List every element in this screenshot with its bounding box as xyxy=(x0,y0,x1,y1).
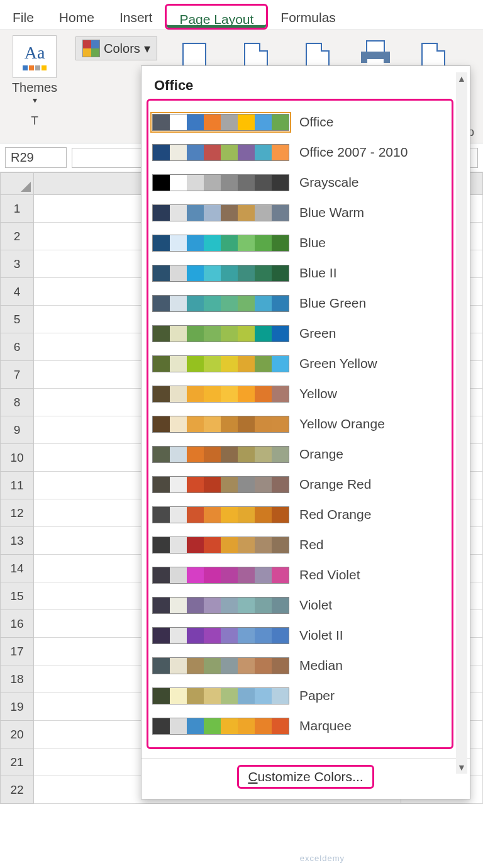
color-theme-label: Red xyxy=(299,537,324,552)
ribbon-tabs: File Home Insert Page Layout Formulas xyxy=(0,0,483,30)
colors-button-label: Colors xyxy=(104,42,140,56)
color-theme-green-yellow[interactable]: Green Yellow xyxy=(152,348,448,379)
row-header-1[interactable]: 1 xyxy=(0,195,34,223)
color-swatches xyxy=(152,295,289,312)
themes-button[interactable]: Aa xyxy=(13,35,57,78)
color-swatches xyxy=(152,265,289,282)
row-header-12[interactable]: 12 xyxy=(0,499,34,527)
color-theme-label: Yellow xyxy=(299,386,337,401)
color-theme-red-orange[interactable]: Red Orange xyxy=(152,499,448,530)
color-theme-label: Orange Red xyxy=(299,477,371,492)
row-header-3[interactable]: 3 xyxy=(0,250,34,278)
color-theme-paper[interactable]: Paper xyxy=(152,681,448,711)
row-header-9[interactable]: 9 xyxy=(0,416,34,444)
row-header-5[interactable]: 5 xyxy=(0,306,34,333)
color-theme-list: OfficeOffice 2007 - 2010GrayscaleBlue Wa… xyxy=(147,99,453,749)
color-theme-office-2007-2010[interactable]: Office 2007 - 2010 xyxy=(152,137,448,167)
row-header-6[interactable]: 6 xyxy=(0,333,34,361)
color-swatches xyxy=(152,657,289,674)
color-swatches xyxy=(152,204,289,221)
color-swatches xyxy=(152,386,289,403)
name-box[interactable]: R29 xyxy=(5,147,67,168)
customize-colors-button[interactable]: Customize Colors... xyxy=(237,765,374,789)
row-header-18[interactable]: 18 xyxy=(0,665,34,693)
color-theme-blue-green[interactable]: Blue Green xyxy=(152,288,448,318)
scroll-up-icon[interactable]: ▲ xyxy=(456,72,467,85)
colors-dropdown-button[interactable]: Colors ▾ xyxy=(75,36,157,60)
color-theme-label: Blue Green xyxy=(299,296,366,311)
color-swatches xyxy=(152,325,289,342)
themes-group-caption: T xyxy=(6,114,63,128)
color-theme-violet[interactable]: Violet xyxy=(152,590,448,620)
themes-label: Themes xyxy=(6,81,63,95)
select-all-corner[interactable] xyxy=(0,172,34,195)
color-theme-blue[interactable]: Blue xyxy=(152,228,448,258)
row-header-13[interactable]: 13 xyxy=(0,527,34,555)
row-header-16[interactable]: 16 xyxy=(0,610,34,638)
dropdown-scrollbar[interactable]: ▲ ▼ xyxy=(456,72,467,774)
color-swatches xyxy=(152,416,289,433)
tab-home[interactable]: Home xyxy=(47,4,107,30)
row-header-7[interactable]: 7 xyxy=(0,361,34,389)
color-swatches xyxy=(152,627,289,644)
color-theme-label: Orange xyxy=(299,447,343,462)
row-header-8[interactable]: 8 xyxy=(0,389,34,416)
row-header-19[interactable]: 19 xyxy=(0,693,34,721)
color-theme-office[interactable]: Office xyxy=(152,107,448,137)
color-theme-grayscale[interactable]: Grayscale xyxy=(152,167,448,198)
color-theme-marquee[interactable]: Marquee xyxy=(152,711,448,741)
color-theme-blue-ii[interactable]: Blue II xyxy=(152,258,448,288)
row-header-4[interactable]: 4 xyxy=(0,278,34,306)
color-swatches xyxy=(152,567,289,584)
color-theme-label: Red Violet xyxy=(299,567,360,582)
color-theme-label: Office xyxy=(299,114,333,130)
scroll-down-icon[interactable]: ▼ xyxy=(456,761,467,774)
color-theme-yellow[interactable]: Yellow xyxy=(152,379,448,409)
color-swatches xyxy=(152,597,289,614)
color-theme-green[interactable]: Green xyxy=(152,318,448,348)
color-swatches xyxy=(152,235,289,252)
tab-formulas[interactable]: Formulas xyxy=(268,4,348,30)
row-header-15[interactable]: 15 xyxy=(0,582,34,610)
themes-icon: Aa xyxy=(25,43,45,63)
tab-file[interactable]: File xyxy=(0,4,47,30)
color-theme-label: Grayscale xyxy=(299,175,359,190)
colors-section-title: Office xyxy=(154,77,193,94)
color-theme-label: Violet xyxy=(299,598,332,613)
row-header-11[interactable]: 11 xyxy=(0,472,34,499)
color-theme-label: Blue Warm xyxy=(299,205,364,220)
row-header-21[interactable]: 21 xyxy=(0,748,34,776)
color-theme-label: Blue II xyxy=(299,265,337,281)
color-theme-label: Median xyxy=(299,658,343,673)
color-theme-label: Paper xyxy=(299,688,335,703)
color-swatches xyxy=(152,114,289,131)
color-swatches xyxy=(152,476,289,493)
tab-insert[interactable]: Insert xyxy=(107,4,165,30)
color-theme-label: Red Orange xyxy=(299,507,371,522)
chevron-down-icon[interactable]: ▾ xyxy=(6,95,63,105)
color-theme-red[interactable]: Red xyxy=(152,530,448,560)
color-theme-median[interactable]: Median xyxy=(152,650,448,681)
color-theme-label: Green Yellow xyxy=(299,356,377,371)
row-header-20[interactable]: 20 xyxy=(0,721,34,748)
themes-color-bars xyxy=(23,65,47,70)
tab-page-layout[interactable]: Page Layout xyxy=(165,4,268,30)
row-header-10[interactable]: 10 xyxy=(0,444,34,472)
chevron-down-icon: ▾ xyxy=(144,41,150,56)
color-theme-orange-red[interactable]: Orange Red xyxy=(152,469,448,499)
row-header-22[interactable]: 22 xyxy=(0,776,34,804)
color-theme-red-violet[interactable]: Red Violet xyxy=(152,560,448,590)
color-swatches xyxy=(152,355,289,372)
row-header-14[interactable]: 14 xyxy=(0,555,34,582)
print-area-button[interactable] xyxy=(360,40,391,68)
row-header-17[interactable]: 17 xyxy=(0,638,34,665)
color-theme-violet-ii[interactable]: Violet II xyxy=(152,620,448,650)
color-theme-blue-warm[interactable]: Blue Warm xyxy=(152,198,448,228)
color-swatches xyxy=(152,144,289,161)
color-theme-yellow-orange[interactable]: Yellow Orange xyxy=(152,409,448,439)
row-header-2[interactable]: 2 xyxy=(0,223,34,250)
color-swatches xyxy=(152,446,289,463)
color-swatches xyxy=(152,537,289,554)
color-theme-label: Violet II xyxy=(299,628,343,643)
color-theme-orange[interactable]: Orange xyxy=(152,439,448,469)
